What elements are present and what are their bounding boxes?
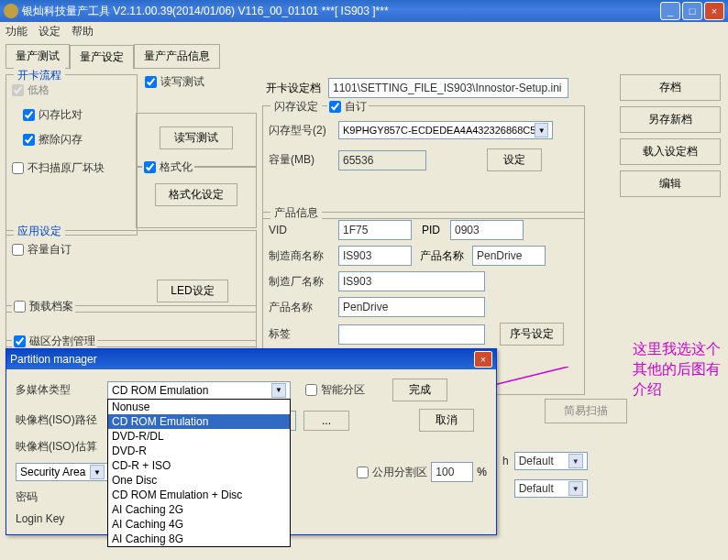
menu-bar: 功能 设定 帮助 bbox=[0, 22, 728, 40]
label-pid: PID bbox=[417, 224, 445, 236]
tab-mp-test[interactable]: 量产测试 bbox=[6, 44, 70, 69]
menu-help[interactable]: 帮助 bbox=[72, 24, 94, 39]
done-button[interactable]: 完成 bbox=[392, 379, 447, 401]
label-product: 产品名称 bbox=[417, 248, 467, 264]
tab-strip: 量产测试 量产设定 量产产品信息 bbox=[0, 40, 728, 69]
group-title: 开卡流程 bbox=[14, 68, 65, 83]
window-title: 银灿科技量产工具 V2.11.00.39(2014/01/06) V116_00… bbox=[22, 4, 660, 19]
chk-partition-mgmt[interactable]: 磁区分割管理 bbox=[12, 334, 97, 349]
label-vid: VID bbox=[269, 224, 333, 236]
chk-flash-compare[interactable]: 闪存比对 bbox=[23, 107, 131, 123]
dropdown-item[interactable]: AI Caching 4G bbox=[108, 517, 290, 532]
rw-test-block: 读写测试 bbox=[145, 74, 204, 90]
led-setting-button[interactable]: LED设定 bbox=[157, 280, 228, 302]
label-capacity: 容量(MB) bbox=[269, 152, 333, 168]
close-button[interactable]: × bbox=[704, 2, 724, 20]
dropdown-item[interactable]: CD-R + ISO bbox=[108, 458, 290, 473]
save-button[interactable]: 存档 bbox=[620, 74, 721, 101]
security-area-select[interactable]: Security Area▼ bbox=[16, 463, 109, 481]
edit-button[interactable]: 编辑 bbox=[620, 170, 721, 197]
title-bar: 银灿科技量产工具 V2.11.00.39(2014/01/06) V116_00… bbox=[0, 0, 728, 22]
public-partition-input[interactable] bbox=[431, 462, 473, 482]
menu-function[interactable]: 功能 bbox=[6, 24, 28, 39]
label-product2: 产品名称 bbox=[269, 300, 333, 315]
pid-input[interactable] bbox=[450, 220, 524, 240]
group-title: 应用设定 bbox=[14, 224, 65, 239]
chk-capacity-custom[interactable]: 容量自订 bbox=[12, 242, 250, 258]
dropdown-item[interactable]: DVD-R/DL bbox=[108, 429, 290, 444]
chk-smart-partition[interactable]: 智能分区 bbox=[305, 382, 365, 398]
bottom-controls: hDefault▼ hDefault▼ bbox=[502, 443, 588, 507]
chk-rw-test[interactable]: 读写测试 bbox=[145, 74, 204, 90]
right-button-column: 存档 另存新档 载入设定档 编辑 bbox=[620, 74, 721, 197]
chk-erase-flash[interactable]: 擦除闪存 bbox=[23, 132, 131, 148]
label-login-key: Login Key bbox=[16, 512, 107, 525]
chk-public-partition[interactable]: 公用分割区 bbox=[357, 465, 427, 480]
simple-scan-button: 简易扫描 bbox=[545, 399, 627, 423]
capacity-input bbox=[338, 150, 426, 170]
setting-file-input[interactable] bbox=[328, 78, 568, 98]
group-flash-setting: 闪存设定 自订 闪存型号(2) K9PHGY857C-ECDEDEA4A4323… bbox=[262, 105, 585, 219]
app-icon bbox=[4, 4, 18, 18]
rw-test-button[interactable]: 读写测试 bbox=[160, 126, 233, 149]
default-select-1[interactable]: Default▼ bbox=[514, 452, 588, 470]
vendor-input[interactable] bbox=[338, 246, 412, 266]
minimize-button[interactable]: _ bbox=[660, 2, 680, 20]
chk-lowlevel: 低格 bbox=[12, 82, 131, 98]
load-setting-button[interactable]: 载入设定档 bbox=[620, 138, 721, 165]
vid-input[interactable] bbox=[338, 220, 412, 240]
label-multimedia-type: 多媒体类型 bbox=[16, 382, 107, 398]
label-flash-model: 闪存型号(2) bbox=[269, 123, 333, 138]
dropdown-item[interactable]: AI Caching 2G bbox=[108, 502, 290, 517]
dropdown-item[interactable]: CD ROM Emulation + Disc bbox=[108, 488, 290, 502]
tab-mp-settings[interactable]: 量产设定 bbox=[70, 45, 134, 70]
multimedia-dropdown[interactable]: Nonuse CD ROM Emulation DVD-R/DL DVD-R C… bbox=[107, 399, 291, 547]
dropdown-item[interactable]: Nonuse bbox=[108, 400, 290, 414]
menu-settings[interactable]: 设定 bbox=[39, 24, 61, 39]
label-h: h bbox=[502, 455, 509, 467]
dropdown-item[interactable]: DVD-R bbox=[108, 444, 290, 458]
label-vendor: 制造商名称 bbox=[269, 248, 333, 264]
cancel-button[interactable]: 取消 bbox=[419, 409, 474, 432]
tab-mp-product-info[interactable]: 量产产品信息 bbox=[134, 44, 220, 69]
dialog-close-button[interactable]: × bbox=[474, 351, 492, 368]
dropdown-item[interactable]: One Disc bbox=[108, 473, 290, 488]
chevron-down-icon: ▼ bbox=[568, 481, 583, 496]
group-title: 产品信息 bbox=[270, 205, 322, 221]
factory-input[interactable] bbox=[338, 271, 485, 291]
flash-model-select[interactable]: K9PHGY857C-ECDEDEA4A432326868C5C5-8▼ bbox=[338, 121, 553, 139]
product-input2[interactable] bbox=[338, 297, 485, 317]
chevron-down-icon: ▼ bbox=[90, 465, 105, 479]
dialog-titlebar: Partition manager × bbox=[6, 349, 496, 369]
default-select-2[interactable]: Default▼ bbox=[514, 479, 588, 498]
group-title: 闪存设定 bbox=[270, 99, 322, 115]
chevron-down-icon: ▼ bbox=[568, 454, 583, 468]
group-card-process: 开卡流程 低格 闪存比对 擦除闪存 不扫描原厂坏块 bbox=[6, 74, 138, 236]
product-input[interactable] bbox=[472, 246, 546, 266]
chk-no-scan-bad[interactable]: 不扫描原厂坏块 bbox=[12, 160, 131, 176]
label-iso-estimate: 映像档(ISO)估算 bbox=[16, 439, 107, 455]
dialog-title: Partition manager bbox=[10, 353, 474, 366]
label-password: 密码 bbox=[16, 489, 107, 505]
annotation-text: 这里我选这个 其他的后图有 介绍 bbox=[633, 339, 721, 400]
dropdown-item[interactable]: AI Caching 8G bbox=[108, 532, 290, 546]
label-setting-file: 开卡设定档 bbox=[266, 81, 321, 96]
set-button[interactable]: 设定 bbox=[487, 148, 542, 171]
label-label: 标签 bbox=[269, 326, 333, 342]
dropdown-item[interactable]: CD ROM Emulation bbox=[108, 414, 290, 429]
browse-button[interactable]: ... bbox=[303, 411, 349, 431]
chk-preload[interactable]: 预载档案 bbox=[12, 299, 75, 314]
label-iso-path: 映像档(ISO)路径 bbox=[16, 412, 107, 428]
chevron-down-icon: ▼ bbox=[535, 123, 548, 137]
percent-label: % bbox=[477, 466, 487, 478]
maximize-button[interactable]: □ bbox=[682, 2, 702, 20]
label-factory: 制造厂名称 bbox=[269, 274, 333, 290]
chk-custom[interactable]: 自订 bbox=[327, 99, 369, 115]
group-format: 格式化 格式化设定 bbox=[136, 166, 257, 228]
multimedia-type-select[interactable]: CD ROM Emulation▼ bbox=[107, 381, 291, 400]
format-setting-button[interactable]: 格式化设定 bbox=[155, 183, 237, 206]
label-input[interactable] bbox=[338, 324, 485, 345]
chk-format[interactable]: 格式化 bbox=[142, 159, 194, 175]
save-as-button[interactable]: 另存新档 bbox=[620, 106, 721, 133]
serial-setting-button[interactable]: 序号设定 bbox=[500, 323, 564, 346]
